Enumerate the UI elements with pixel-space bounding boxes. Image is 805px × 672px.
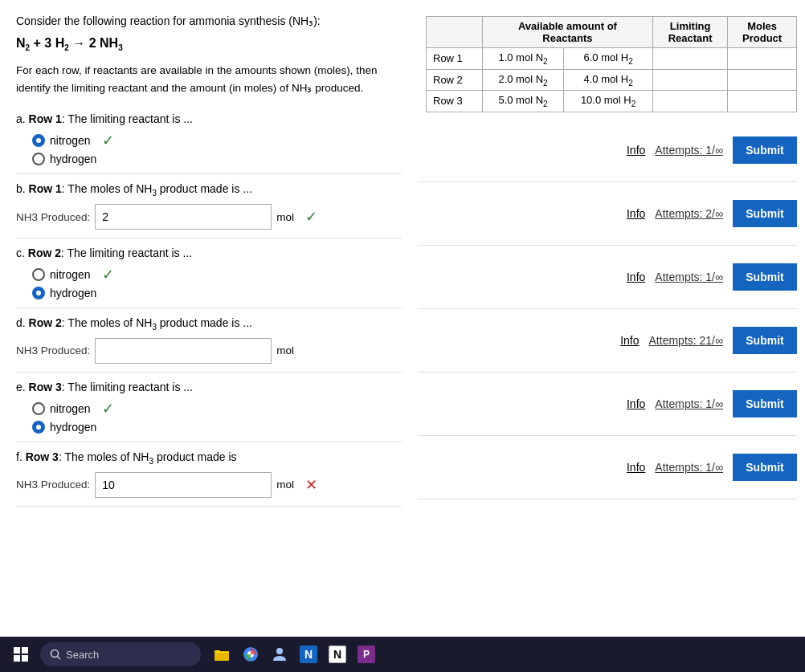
- question-c: c. Row 2: The limiting reactant is ... n…: [16, 246, 402, 308]
- radio-c-hydrogen[interactable]: [32, 287, 45, 299]
- radio-e-hydrogen[interactable]: [32, 421, 45, 434]
- option-c-nitrogen[interactable]: nitrogen ✓: [32, 266, 402, 283]
- attempts-b: Attempts: 2/∞: [655, 207, 723, 220]
- problem-description: For each row, if reactants are available…: [16, 62, 402, 96]
- label-c-nitrogen: nitrogen: [50, 268, 91, 281]
- question-b-label: b. Row 1: The moles of NH3 product made …: [16, 182, 402, 198]
- col-header-moles: MolesProduct: [728, 17, 797, 48]
- answer-row-d: Info Attempts: 21/∞ Submit: [418, 309, 797, 373]
- option-c-hydrogen[interactable]: hydrogen: [32, 287, 402, 299]
- row3-label: Row 3: [427, 91, 483, 112]
- search-icon: [50, 649, 61, 660]
- attempts-d: Attempts: 21/∞: [649, 334, 723, 347]
- cross-f: ✕: [305, 476, 317, 494]
- info-link-f[interactable]: Info: [627, 461, 645, 474]
- chrome-icon: [242, 646, 259, 663]
- label-e-hydrogen: hydrogen: [50, 421, 96, 434]
- row1-limiting: [652, 48, 727, 70]
- question-e: e. Row 3: The limiting reactant is ... n…: [16, 381, 402, 442]
- submit-button-d[interactable]: Submit: [733, 327, 797, 354]
- row2-label: Row 2: [427, 69, 483, 91]
- question-c-label: c. Row 2: The limiting reactant is ...: [16, 246, 402, 259]
- f-input-label: NH3 Produced:: [16, 479, 90, 491]
- user-icon: [271, 646, 288, 663]
- info-link-b[interactable]: Info: [627, 207, 645, 220]
- taskbar: Search N: [0, 637, 805, 672]
- option-e-nitrogen[interactable]: nitrogen ✓: [32, 400, 402, 417]
- b-input-label: NH3 Produced:: [16, 211, 90, 223]
- row2-moles: [728, 69, 797, 91]
- windows-start-button[interactable]: [8, 641, 34, 667]
- word-n-icon[interactable]: N: [297, 643, 320, 666]
- row3-limiting: [652, 91, 727, 112]
- file-manager-icon[interactable]: [210, 643, 233, 666]
- answer-row-e: Info Attempts: 1/∞ Submit: [418, 373, 797, 436]
- b-mol-input[interactable]: [95, 204, 272, 230]
- label-a-nitrogen: nitrogen: [50, 134, 91, 147]
- people-icon[interactable]: [268, 643, 291, 666]
- info-link-d[interactable]: Info: [620, 334, 639, 347]
- answer-row-f: Info Attempts: 1/∞ Submit: [418, 436, 797, 499]
- row3-moles: [728, 91, 797, 112]
- windows-icon: [14, 647, 28, 662]
- check-c: ✓: [102, 266, 114, 283]
- question-f-input-row: NH3 Produced: mol ✕: [16, 472, 402, 498]
- label-a-hydrogen: hydrogen: [50, 153, 96, 165]
- question-f-label: f. Row 3: The moles of NH3 product made …: [16, 450, 402, 466]
- submit-button-b[interactable]: Submit: [733, 200, 797, 227]
- option-e-hydrogen[interactable]: hydrogen: [32, 421, 402, 434]
- f-mol-unit: mol: [276, 479, 294, 491]
- row3-h2: 10.0 mol H2: [564, 91, 653, 112]
- problem-intro: Consider the following reaction for ammo…: [16, 13, 402, 30]
- svg-line-1: [58, 657, 61, 660]
- row1-moles: [728, 48, 797, 70]
- col-header-limiting: LimitingReactant: [652, 17, 727, 48]
- chrome-browser-icon[interactable]: [239, 643, 262, 666]
- info-link-c[interactable]: Info: [627, 271, 645, 283]
- radio-a-nitrogen[interactable]: [32, 134, 45, 147]
- notion-icon[interactable]: N: [326, 643, 349, 666]
- n-notion-icon: N: [329, 646, 346, 663]
- answer-row-c: Info Attempts: 1/∞ Submit: [418, 246, 797, 309]
- d-mol-input[interactable]: [95, 338, 272, 364]
- option-a-nitrogen[interactable]: nitrogen ✓: [32, 132, 402, 149]
- info-link-e[interactable]: Info: [627, 397, 645, 410]
- svg-point-0: [51, 650, 59, 658]
- taskbar-icons: N N P: [210, 643, 378, 666]
- radio-e-nitrogen[interactable]: [32, 402, 45, 415]
- submit-button-c[interactable]: Submit: [733, 263, 797, 291]
- b-mol-unit: mol: [276, 211, 294, 223]
- reactants-table: Available amount ofReactants LimitingRea…: [426, 16, 797, 112]
- question-c-options: nitrogen ✓ hydrogen: [32, 266, 402, 299]
- submit-button-a[interactable]: Submit: [733, 136, 797, 164]
- check-e: ✓: [102, 400, 114, 417]
- reactants-table-area: Available amount ofReactants LimitingRea…: [418, 8, 797, 112]
- option-a-hydrogen[interactable]: hydrogen: [32, 153, 402, 165]
- radio-c-nitrogen[interactable]: [32, 268, 45, 281]
- info-link-a[interactable]: Info: [627, 144, 645, 157]
- attempts-e: Attempts: 1/∞: [655, 397, 723, 410]
- purple-app-icon[interactable]: P: [355, 643, 378, 666]
- col-header-available: Available amount ofReactants: [482, 17, 652, 48]
- col-header-row: [427, 17, 483, 48]
- row1-n2: 1.0 mol N2: [482, 48, 563, 70]
- submit-button-e[interactable]: Submit: [733, 390, 797, 417]
- purple-icon: P: [358, 646, 375, 663]
- taskbar-search[interactable]: Search: [40, 642, 201, 666]
- question-e-options: nitrogen ✓ hydrogen: [32, 400, 402, 434]
- radio-a-hydrogen[interactable]: [32, 153, 45, 165]
- check-b: ✓: [305, 208, 317, 226]
- folder-icon: [213, 646, 231, 663]
- question-a-label: a. Row 1: The limiting reactant is ...: [16, 112, 402, 125]
- f-mol-input[interactable]: [95, 472, 272, 498]
- svg-point-5: [276, 648, 283, 654]
- check-a: ✓: [102, 132, 114, 149]
- answer-row-a: Info Attempts: 1/∞ Submit: [418, 119, 797, 182]
- search-placeholder: Search: [66, 649, 99, 661]
- row3-n2: 5.0 mol N2: [482, 91, 563, 112]
- question-a-options: nitrogen ✓ hydrogen: [32, 132, 402, 165]
- submit-button-f[interactable]: Submit: [733, 454, 797, 481]
- row2-h2: 4.0 mol H2: [564, 69, 653, 91]
- reaction-equation: N2 + 3 H2 → 2 NH3: [16, 36, 402, 52]
- row1-h2: 6.0 mol H2: [564, 48, 653, 70]
